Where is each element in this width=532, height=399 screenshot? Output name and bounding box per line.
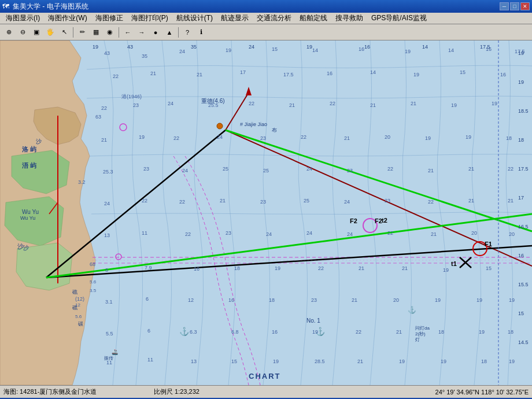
zoom-in-button[interactable]: ⊕ (2, 26, 15, 39)
chart-area[interactable]: ⚓ ⚓ ⚓ F2 F1 t2 t1 43 35 24 19 (0, 40, 532, 385)
svg-text:19: 19 (399, 359, 405, 364)
svg-text:21: 21 (289, 102, 295, 108)
menu-work[interactable]: 海图作业(W) (45, 13, 90, 24)
svg-text:11: 11 (142, 230, 147, 236)
svg-text:17.5: 17.5 (480, 44, 490, 50)
svg-text:19: 19 (466, 134, 471, 140)
svg-text:布: 布 (272, 127, 277, 133)
menu-gps[interactable]: GPS导航/AIS监视 (368, 13, 430, 24)
svg-text:16: 16 (364, 44, 370, 50)
menu-correct[interactable]: 海图修正 (92, 13, 127, 24)
svg-text:22: 22 (101, 105, 107, 111)
app-icon: 🗺 (2, 2, 9, 10)
svg-text:21: 21 (468, 166, 474, 172)
svg-text:碳: 碳 (77, 321, 83, 327)
svg-text:15: 15 (518, 311, 524, 316)
draw-button[interactable]: ✏ (76, 26, 88, 39)
svg-text:19: 19 (226, 47, 231, 53)
close-button[interactable]: ✕ (520, 2, 530, 10)
menu-track[interactable]: 航迹显示 (217, 13, 252, 24)
svg-text:20: 20 (385, 134, 390, 140)
svg-text:⚓: ⚓ (408, 305, 416, 314)
svg-text:16: 16 (228, 297, 234, 303)
svg-point-174 (217, 123, 223, 129)
menu-traffic[interactable]: 交通流分析 (253, 13, 295, 24)
circle-button[interactable]: ◉ (104, 26, 116, 39)
svg-text:24: 24 (344, 199, 350, 205)
triangle-button[interactable]: ▲ (163, 26, 176, 39)
menu-sar[interactable]: 搜寻救助 (332, 13, 367, 24)
svg-text:22: 22 (113, 73, 119, 79)
svg-text:14: 14 (422, 44, 428, 50)
svg-text:24: 24 (217, 134, 223, 140)
svg-text:16: 16 (500, 72, 506, 77)
status-bar: 海图: 14281-厦门东侧及金门水道 比例尺 1:23,232 24° 19'… (0, 385, 532, 398)
svg-text:8: 8 (105, 267, 108, 273)
svg-text:28.5: 28.5 (315, 359, 325, 364)
svg-text:24: 24 (306, 230, 312, 236)
menu-print[interactable]: 海图打印(P) (128, 13, 172, 24)
svg-text:12: 12 (188, 297, 194, 303)
menu-route[interactable]: 航线设计(T) (173, 13, 216, 24)
svg-text:68: 68 (90, 261, 95, 267)
svg-text:35: 35 (142, 53, 147, 59)
svg-text:CHART: CHART (249, 372, 281, 380)
svg-text:沙: 沙 (17, 243, 24, 250)
menu-shipline[interactable]: 船舶定线 (296, 13, 331, 24)
svg-text:16: 16 (359, 46, 364, 52)
maximize-button[interactable]: □ (510, 2, 519, 10)
svg-text:24: 24 (104, 201, 110, 206)
svg-text:19: 19 (443, 267, 449, 273)
svg-text:25: 25 (304, 198, 309, 204)
grid-button[interactable]: ▦ (90, 26, 102, 39)
zoom-out-button[interactable]: ⊖ (16, 26, 29, 39)
svg-text:23: 23 (143, 166, 149, 172)
minimize-button[interactable]: ─ (500, 2, 509, 10)
svg-text:🚢: 🚢 (112, 349, 119, 356)
info-button[interactable]: ℹ (195, 26, 208, 39)
svg-text:No. 1: No. 1 (306, 317, 320, 324)
svg-text:6: 6 (147, 328, 150, 334)
window-controls[interactable]: ─ □ ✕ (500, 2, 530, 10)
svg-text:19: 19 (479, 329, 485, 335)
svg-text:礁: 礁 (72, 289, 77, 295)
svg-text:22: 22 (356, 329, 361, 335)
help-button[interactable]: ? (181, 26, 194, 39)
pan-button[interactable]: 🖐 (44, 26, 57, 39)
svg-text:22: 22 (508, 166, 513, 172)
chart-svg: ⚓ ⚓ ⚓ F2 F1 t2 t1 43 35 24 19 (0, 40, 532, 385)
svg-text:16.5: 16.5 (518, 224, 529, 230)
arrow-left-button[interactable]: ← (121, 26, 134, 39)
toolbar-sep-2 (119, 27, 119, 38)
svg-text:25: 25 (263, 168, 269, 173)
svg-text:# Jiajie Jiao: # Jiajie Jiao (240, 121, 267, 127)
svg-text:21: 21 (508, 198, 513, 204)
svg-text:19: 19 (441, 359, 446, 364)
svg-text:35: 35 (191, 44, 197, 50)
svg-text:Wu Yu: Wu Yu (22, 209, 39, 215)
svg-text:24: 24 (179, 49, 185, 54)
menu-display[interactable]: 海图显示(I) (2, 13, 43, 24)
svg-text:23: 23 (226, 230, 231, 236)
svg-text:22: 22 (249, 101, 254, 106)
svg-text:21: 21 (357, 359, 363, 364)
svg-text:16: 16 (272, 329, 278, 335)
svg-text:19: 19 (509, 359, 515, 364)
svg-text:19: 19 (139, 134, 145, 140)
svg-text:21: 21 (396, 329, 402, 335)
svg-text:沙: 沙 (36, 138, 42, 145)
svg-text:18: 18 (438, 329, 444, 335)
svg-text:5.6: 5.6 (75, 314, 82, 319)
fit-button[interactable]: ▣ (30, 26, 43, 39)
svg-text:20: 20 (471, 230, 477, 236)
svg-text:21: 21 (411, 101, 416, 106)
svg-text:14: 14 (312, 47, 318, 53)
svg-text:21: 21 (101, 137, 107, 143)
svg-text:21: 21 (197, 72, 202, 77)
select-button[interactable]: ↖ (58, 26, 71, 39)
dot-button[interactable]: ● (149, 26, 162, 39)
arrow-right-button[interactable]: → (135, 26, 148, 39)
svg-text:22: 22 (387, 230, 393, 236)
chart-info: 海图: 14281-厦门东侧及金门水道 (3, 387, 148, 396)
svg-text:21: 21 (352, 297, 357, 303)
